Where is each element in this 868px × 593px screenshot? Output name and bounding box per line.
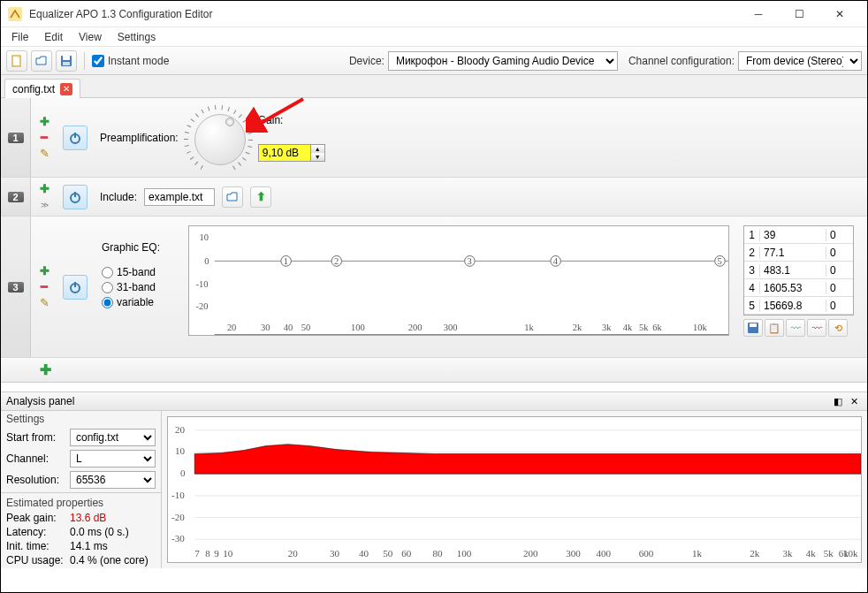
svg-text:4: 4: [553, 256, 559, 266]
row-remove-button[interactable]: ━: [36, 131, 52, 145]
svg-text:2k: 2k: [573, 323, 582, 332]
eq-chart[interactable]: 10 0 -10 -20 1 2 3 4 5 20304050: [188, 225, 729, 336]
analysis-panel: Settings Start from: config.txt Channel:…: [1, 411, 867, 568]
svg-text:20: 20: [288, 548, 299, 559]
instant-mode-checkbox[interactable]: Instant mode: [92, 55, 169, 67]
start-from-select[interactable]: config.txt: [70, 429, 156, 446]
menu-edit[interactable]: Edit: [37, 29, 70, 45]
resolution-label: Resolution:: [6, 474, 66, 486]
splitter[interactable]: [1, 383, 867, 392]
row-power-button[interactable]: [63, 275, 88, 300]
svg-text:100: 100: [457, 548, 472, 559]
svg-text:50: 50: [383, 548, 393, 559]
gain-knob[interactable]: [186, 105, 251, 171]
row-add-button[interactable]: ✚: [36, 115, 52, 129]
cpu-usage-value: 0.4 % (one core): [70, 554, 148, 566]
channel-select[interactable]: L: [70, 450, 156, 468]
table-row[interactable]: 3483.10: [744, 262, 853, 279]
table-row[interactable]: 277.10: [744, 244, 853, 262]
svg-text:1k: 1k: [524, 323, 534, 332]
row-power-button[interactable]: [63, 125, 88, 150]
analysis-close-button[interactable]: ✕: [846, 394, 862, 408]
up-arrow-button[interactable]: ⬆: [250, 186, 271, 208]
toolbar: Instant mode Device: Микрофон - Bloody G…: [1, 47, 867, 75]
close-window-button[interactable]: ✕: [819, 1, 860, 27]
svg-text:20: 20: [175, 424, 186, 435]
analysis-dock-button[interactable]: ◧: [830, 394, 846, 408]
eq-save-button[interactable]: [743, 319, 763, 337]
channel-config-label: Channel configuration:: [628, 55, 735, 67]
table-row[interactable]: 41605.530: [744, 279, 853, 297]
svg-text:400: 400: [596, 548, 611, 559]
row-power-button[interactable]: [63, 185, 88, 209]
new-file-button[interactable]: [6, 50, 27, 72]
start-from-label: Start from:: [6, 431, 66, 444]
row-remove-button[interactable]: ━: [36, 280, 52, 294]
svg-text:10k: 10k: [843, 548, 858, 559]
analysis-chart[interactable]: 20 10 0 -10 -20 -30 78910 2030405060 801…: [167, 416, 862, 563]
menu-view[interactable]: View: [72, 29, 109, 45]
band-variable-radio[interactable]: variable: [102, 296, 181, 308]
svg-text:-10: -10: [171, 490, 185, 500]
window-title: Equalizer APO 1.3 Configuration Editor: [29, 8, 738, 20]
analysis-title: Analysis panel: [6, 395, 830, 407]
menu-file[interactable]: File: [4, 29, 35, 45]
svg-text:5k: 5k: [639, 323, 649, 332]
minimize-button[interactable]: ─: [738, 1, 779, 27]
gain-label: Gain:: [258, 114, 325, 126]
menu-settings[interactable]: Settings: [110, 29, 163, 45]
row-edit-button[interactable]: ✎: [36, 147, 52, 161]
latency-label: Latency:: [6, 526, 66, 538]
svg-text:1k: 1k: [692, 548, 703, 559]
eq-copy-button[interactable]: 📋: [765, 319, 784, 337]
add-filter-button[interactable]: ✚: [40, 361, 51, 378]
svg-text:20: 20: [227, 323, 236, 332]
tab-close-icon[interactable]: ✕: [60, 83, 72, 95]
svg-text:10: 10: [223, 548, 233, 559]
svg-text:-10: -10: [196, 279, 209, 289]
latency-value: 0.0 ms (0 s.): [70, 526, 129, 538]
row-edit-button[interactable]: ✎: [36, 296, 52, 310]
eq-normalize-button[interactable]: 〰: [786, 319, 805, 337]
svg-text:1: 1: [284, 256, 288, 266]
include-label: Include:: [100, 191, 137, 203]
svg-text:80: 80: [433, 548, 444, 559]
gain-spinner[interactable]: ▲▼: [311, 144, 325, 162]
svg-text:-20: -20: [196, 301, 209, 311]
eq-reset-button[interactable]: ⟲: [828, 319, 848, 337]
channel-config-select[interactable]: From device (Stereo): [738, 51, 862, 71]
device-select[interactable]: Микрофон - Bloody Gaming Audio Device: [388, 51, 618, 71]
resolution-select[interactable]: 65536: [70, 471, 156, 489]
include-file-input[interactable]: [144, 188, 215, 206]
eq-band-table: 1390 277.10 3483.10 41605.530 515669.80: [743, 225, 854, 316]
title-bar: Equalizer APO 1.3 Configuration Editor ─…: [1, 1, 867, 27]
save-file-button[interactable]: [56, 50, 77, 72]
app-icon: [8, 7, 22, 21]
menu-bar: File Edit View Settings: [1, 27, 867, 47]
eq-invert-button[interactable]: 〰: [807, 319, 826, 337]
table-row[interactable]: 1390: [744, 226, 853, 244]
device-label: Device:: [349, 55, 385, 67]
maximize-button[interactable]: ☐: [779, 1, 819, 27]
open-file-button[interactable]: [31, 50, 52, 72]
tab-config[interactable]: config.txt ✕: [4, 79, 80, 98]
peak-gain-value: 13.6 dB: [70, 512, 106, 524]
svg-text:9: 9: [214, 548, 219, 559]
band-15-radio[interactable]: 15-band: [102, 266, 181, 278]
gain-input[interactable]: [258, 144, 311, 162]
table-row[interactable]: 515669.80: [744, 297, 853, 315]
cpu-usage-label: CPU usage:: [6, 554, 66, 566]
band-31-radio[interactable]: 31-band: [102, 281, 181, 293]
svg-text:10: 10: [199, 232, 208, 242]
svg-text:40: 40: [284, 323, 293, 332]
row-expand-button[interactable]: ≫: [36, 198, 52, 212]
estimated-section-title: Estimated properties: [1, 495, 161, 511]
row-add-button[interactable]: ✚: [36, 182, 52, 196]
svg-text:40: 40: [359, 548, 369, 559]
open-include-button[interactable]: [222, 186, 243, 208]
row-add-button[interactable]: ✚: [36, 264, 52, 278]
svg-rect-41: [215, 334, 728, 335]
svg-text:4k: 4k: [806, 548, 817, 559]
svg-text:5k: 5k: [824, 548, 834, 559]
svg-text:5: 5: [718, 256, 722, 266]
